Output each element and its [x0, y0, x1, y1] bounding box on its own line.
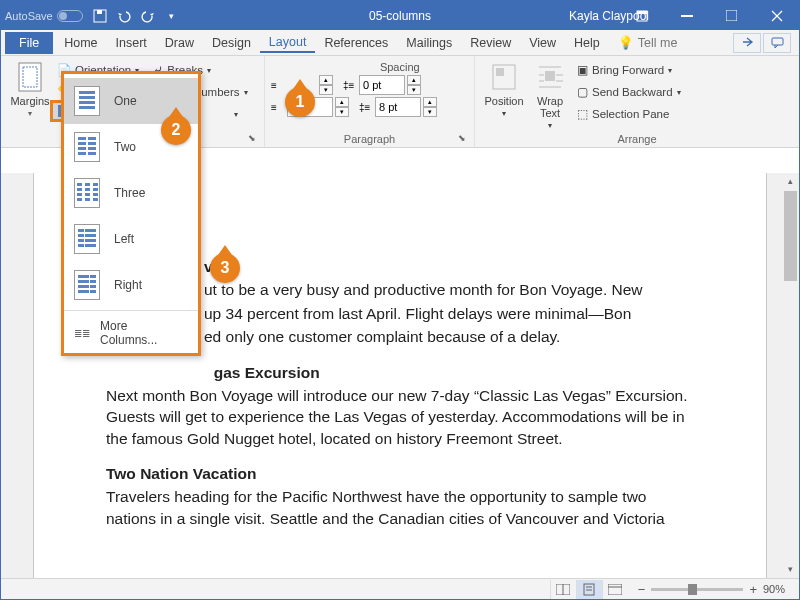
tab-draw[interactable]: Draw [156, 33, 203, 53]
tab-insert[interactable]: Insert [107, 33, 156, 53]
more-columns-label: More Columns... [100, 319, 188, 347]
spin-up[interactable]: ▴ [335, 97, 349, 107]
zoom-in-button[interactable]: + [749, 582, 757, 597]
page-setup-launcher[interactable]: ⬊ [246, 133, 258, 145]
tab-design[interactable]: Design [203, 33, 260, 53]
tab-file[interactable]: File [5, 32, 53, 54]
selection-pane-icon: ⬚ [577, 107, 588, 121]
position-label: Position [484, 95, 523, 107]
svg-rect-4 [681, 15, 693, 17]
read-mode-button[interactable] [550, 580, 576, 599]
close-button[interactable] [754, 1, 799, 30]
window-controls [619, 1, 799, 30]
spin-up[interactable]: ▴ [423, 97, 437, 107]
selection-pane-button[interactable]: ⬚Selection Pane [573, 103, 685, 125]
position-button[interactable]: Position▾ [481, 59, 527, 133]
more-columns-button[interactable]: ≣≣More Columns... [64, 313, 198, 353]
tab-references[interactable]: References [315, 33, 397, 53]
tab-help[interactable]: Help [565, 33, 609, 53]
position-icon [488, 61, 520, 93]
maximize-button[interactable] [709, 1, 754, 30]
send-backward-button[interactable]: ▢Send Backward▾ [573, 81, 685, 103]
doc-para-1b: up 34 percent from last April. Flight de… [204, 303, 694, 324]
svg-rect-19 [608, 584, 622, 595]
svg-rect-3 [637, 11, 647, 14]
annotation-badge-3: 3 [210, 253, 240, 283]
menu-label: Three [114, 186, 145, 200]
group-arrange: Position▾ Wrap Text▾ ▣Bring Forward▾ ▢Se… [475, 56, 799, 147]
spin-down[interactable]: ▾ [407, 85, 421, 95]
undo-button[interactable] [113, 5, 135, 27]
spacing-after-input[interactable]: ‡≡▴▾ [359, 97, 437, 117]
tell-me-search[interactable]: 💡 Tell me [609, 32, 687, 53]
tab-layout[interactable]: Layout [260, 32, 316, 53]
wrap-text-button[interactable]: Wrap Text▾ [527, 59, 573, 133]
minimize-button[interactable] [664, 1, 709, 30]
svg-rect-1 [97, 10, 102, 14]
bring-forward-icon: ▣ [577, 63, 588, 77]
spin-down[interactable]: ▾ [423, 107, 437, 117]
doc-heading-3: Two Nation Vacation [106, 463, 694, 484]
spin-down[interactable]: ▾ [335, 107, 349, 117]
autosave-label: AutoSave [5, 10, 53, 22]
svg-rect-12 [496, 68, 504, 76]
doc-para-1a: ut to be a very busy and productive mont… [204, 279, 694, 300]
web-layout-button[interactable] [602, 580, 628, 599]
ribbon-tabs: File Home Insert Draw Design Layout Refe… [1, 30, 799, 56]
redo-button[interactable] [137, 5, 159, 27]
scroll-thumb[interactable] [784, 191, 797, 281]
tab-view[interactable]: View [520, 33, 565, 53]
indent-right-icon: ≡ [271, 102, 285, 113]
margins-button[interactable]: Margins ▾ [7, 59, 53, 133]
autosave-toggle[interactable]: AutoSave [5, 10, 83, 22]
columns-option-left[interactable]: Left [64, 216, 198, 262]
zoom-level[interactable]: 90% [763, 583, 793, 595]
quick-access-toolbar: ▾ [89, 5, 183, 27]
spin-down[interactable]: ▾ [319, 85, 333, 95]
scroll-up-button[interactable]: ▴ [782, 173, 799, 190]
annotation-badge-1: 1 [285, 87, 315, 117]
margins-icon [14, 61, 46, 93]
columns-option-three[interactable]: Three [64, 170, 198, 216]
wrap-label: Wrap Text [529, 95, 571, 119]
menu-label: Two [114, 140, 136, 154]
zoom-slider[interactable] [651, 588, 743, 591]
ribbon-display-button[interactable] [619, 1, 664, 30]
status-bar: − + 90% [1, 578, 799, 599]
title-bar: AutoSave ▾ 05-columns Kayla Claypool [1, 1, 799, 30]
doc-para-2: Next month Bon Voyage will introduce our… [106, 385, 694, 449]
tab-mailings[interactable]: Mailings [397, 33, 461, 53]
tab-review[interactable]: Review [461, 33, 520, 53]
save-button[interactable] [89, 5, 111, 27]
left-column-icon [74, 224, 100, 254]
print-layout-button[interactable] [576, 580, 602, 599]
paragraph-group-label: Paragraph⬊ [271, 133, 468, 147]
zoom-out-button[interactable]: − [638, 582, 646, 597]
menu-separator [64, 310, 198, 311]
zoom-control: − + 90% [638, 582, 793, 597]
share-button[interactable] [733, 33, 761, 53]
one-column-icon [74, 86, 100, 116]
selection-pane-label: Selection Pane [592, 108, 669, 120]
menu-label: Left [114, 232, 134, 246]
bring-forward-label: Bring Forward [592, 64, 664, 76]
svg-rect-5 [726, 10, 737, 21]
two-column-icon [74, 132, 100, 162]
comments-button[interactable] [763, 33, 791, 53]
tab-home[interactable]: Home [55, 33, 106, 53]
spin-up[interactable]: ▴ [407, 75, 421, 85]
spin-up[interactable]: ▴ [319, 75, 333, 85]
scroll-down-button[interactable]: ▾ [782, 561, 799, 578]
send-backward-icon: ▢ [577, 85, 588, 99]
lightbulb-icon: 💡 [618, 35, 634, 50]
vertical-scrollbar[interactable]: ▴ ▾ [782, 173, 799, 578]
columns-option-right[interactable]: Right [64, 262, 198, 308]
paragraph-launcher[interactable]: ⬊ [456, 133, 468, 145]
spacing-before-input[interactable]: ‡≡▴▾ [343, 75, 421, 95]
doc-para-3: Travelers heading for the Pacific Northw… [106, 486, 694, 529]
toggle-off-icon[interactable] [57, 10, 83, 22]
qat-customize-dropdown[interactable]: ▾ [161, 5, 183, 27]
spacing-before-icon: ‡≡ [343, 80, 357, 91]
bring-forward-button[interactable]: ▣Bring Forward▾ [573, 59, 685, 81]
right-column-icon [74, 270, 100, 300]
